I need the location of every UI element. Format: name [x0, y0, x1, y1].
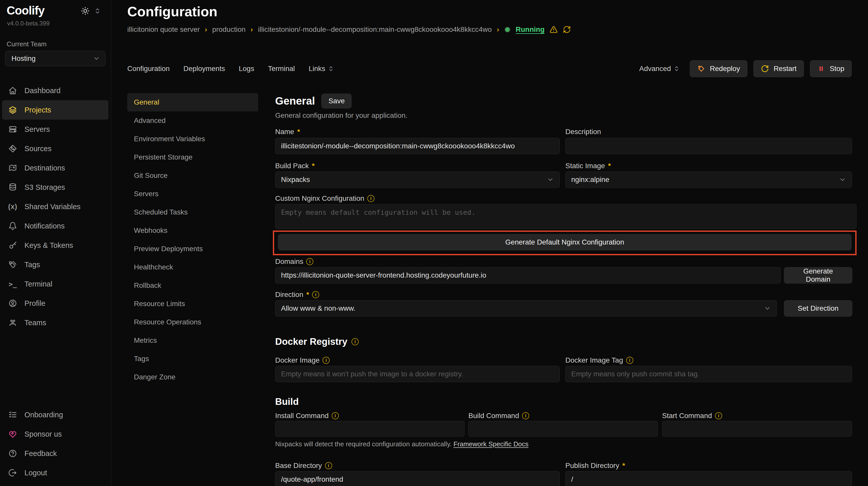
publish-directory-label: Publish Directory*	[565, 461, 625, 470]
description-input[interactable]	[565, 138, 852, 154]
chevron-right-icon: ›	[251, 26, 253, 34]
chevron-down-icon	[764, 305, 771, 312]
subnav-item-tags[interactable]: Tags	[127, 350, 258, 368]
tab-deployments[interactable]: Deployments	[184, 65, 225, 73]
required-asterisk: *	[608, 162, 611, 170]
sidebar-item-label: Servers	[25, 125, 50, 134]
base-directory-input[interactable]	[275, 471, 560, 486]
subnav-item-scheduled-tasks[interactable]: Scheduled Tasks	[127, 203, 258, 221]
sidebar-item-notifications[interactable]: Notifications	[2, 216, 108, 236]
info-icon[interactable]: i	[332, 412, 339, 419]
team-select[interactable]: Hosting	[5, 51, 105, 66]
subnav-item-general[interactable]: General	[127, 93, 258, 111]
static-image-label: Static Image*	[565, 162, 611, 170]
sidebar-item-teams[interactable]: Teams	[2, 313, 108, 332]
tab-logs[interactable]: Logs	[239, 65, 254, 73]
subnav-item-servers[interactable]: Servers	[127, 185, 258, 203]
subnav-item-metrics[interactable]: Metrics	[127, 331, 258, 350]
sidebar: Coolify v4.0.0-beta.399 Current Team Hos…	[0, 0, 111, 486]
info-icon[interactable]: i	[322, 357, 330, 364]
server-icon	[8, 125, 17, 134]
generate-domain-button[interactable]: Generate Domain	[784, 267, 852, 284]
theme-toggle-sun-icon[interactable]	[81, 7, 90, 15]
sidebar-item-projects[interactable]: Projects	[2, 100, 108, 120]
subnav-item-rollback[interactable]: Rollback	[127, 276, 258, 295]
subnav-item-advanced[interactable]: Advanced	[127, 111, 258, 130]
save-button[interactable]: Save	[321, 94, 351, 108]
info-icon[interactable]: i	[306, 258, 313, 265]
key-icon	[8, 241, 17, 250]
sidebar-item-label: Terminal	[25, 280, 53, 288]
logout-icon	[8, 468, 17, 477]
bell-icon	[8, 221, 17, 230]
subnav-item-resource-operations[interactable]: Resource Operations	[127, 313, 258, 331]
subnav-item-healthcheck[interactable]: Healthcheck	[127, 258, 258, 276]
info-icon[interactable]: i	[522, 412, 529, 419]
sidebar-item-feedback[interactable]: Feedback	[2, 444, 108, 463]
build-command-input[interactable]	[468, 421, 658, 436]
generate-nginx-config-button[interactable]: Generate Default Nginx Configuration	[278, 234, 851, 250]
build-command-label: Build Commandi	[468, 412, 529, 420]
docker-image-input[interactable]	[275, 366, 560, 382]
sidebar-item-onboarding[interactable]: Onboarding	[2, 405, 108, 424]
info-icon[interactable]: i	[325, 462, 332, 469]
sidebar-item-label: Logout	[25, 469, 47, 477]
build-pack-select[interactable]: Nixpacks	[275, 171, 560, 188]
sidebar-item-keys-tokens[interactable]: Keys & Tokens	[2, 236, 108, 255]
sidebar-item-label: Projects	[25, 106, 51, 114]
breadcrumb-environment[interactable]: production	[212, 26, 246, 34]
sidebar-item-label: Dashboard	[25, 87, 61, 95]
sidebar-nav: Dashboard Projects Servers Sources Desti…	[2, 81, 108, 332]
sidebar-item-label: Tags	[25, 261, 40, 269]
start-command-input[interactable]	[662, 421, 852, 436]
docker-image-label: Docker Imagei	[275, 356, 330, 364]
subnav-item-persistent-storage[interactable]: Persistent Storage	[127, 148, 258, 166]
sidebar-item-dashboard[interactable]: Dashboard	[2, 81, 108, 100]
sidebar-item-profile[interactable]: Profile	[2, 294, 108, 313]
section-subtitle: General configuration for your applicati…	[275, 111, 407, 120]
static-image-select[interactable]: nginx:alpine	[565, 171, 852, 188]
subnav-item-preview-deployments[interactable]: Preview Deployments	[127, 240, 258, 258]
app-logo: Coolify	[7, 4, 44, 17]
section-heading-general: General	[275, 95, 315, 107]
chevron-right-icon: ›	[205, 26, 207, 34]
info-icon[interactable]: i	[626, 357, 633, 364]
sidebar-item-servers[interactable]: Servers	[2, 120, 108, 139]
sidebar-item-s3-storages[interactable]: S3 Storages	[2, 177, 108, 197]
name-input[interactable]	[275, 138, 560, 154]
publish-directory-input[interactable]	[565, 471, 852, 486]
sidebar-item-sponsor-us[interactable]: Sponsor us	[2, 424, 108, 444]
sidebar-item-label: Destinations	[25, 164, 65, 172]
map-icon	[8, 163, 17, 172]
chevrons-up-down-icon[interactable]	[94, 8, 101, 14]
variable-icon: (x)	[8, 202, 17, 211]
info-icon[interactable]: i	[312, 291, 319, 298]
direction-select[interactable]: Allow www & non-www.	[275, 300, 777, 317]
git-branch-icon	[8, 144, 17, 153]
sidebar-item-shared-variables[interactable]: (x) Shared Variables	[2, 197, 108, 216]
sidebar-item-destinations[interactable]: Destinations	[2, 158, 108, 177]
sidebar-item-label: Onboarding	[25, 411, 63, 419]
tab-configuration[interactable]: Configuration	[127, 65, 170, 73]
sidebar-item-terminal[interactable]: >_ Terminal	[2, 274, 108, 294]
breadcrumb-project[interactable]: illicitonion quote server	[127, 26, 200, 34]
user-icon	[8, 299, 17, 308]
domains-input[interactable]	[275, 267, 781, 284]
sidebar-item-tags[interactable]: Tags	[2, 255, 108, 274]
info-icon[interactable]: i	[351, 338, 359, 345]
docker-image-tag-input[interactable]	[565, 366, 852, 382]
install-command-input[interactable]	[275, 421, 465, 436]
framework-docs-link[interactable]: Framework Specific Docs	[453, 440, 528, 448]
info-icon[interactable]: i	[715, 412, 722, 419]
subnav-item-environment-variables[interactable]: Environment Variables	[127, 130, 258, 148]
subnav-item-git-source[interactable]: Git Source	[127, 166, 258, 185]
subnav-item-danger-zone[interactable]: Danger Zone	[127, 368, 258, 386]
sidebar-item-sources[interactable]: Sources	[2, 139, 108, 158]
subnav-item-webhooks[interactable]: Webhooks	[127, 221, 258, 240]
home-icon	[8, 86, 17, 95]
subnav-item-resource-limits[interactable]: Resource Limits	[127, 295, 258, 313]
info-icon[interactable]: i	[367, 195, 374, 202]
set-direction-button[interactable]: Set Direction	[784, 300, 852, 317]
nginx-config-textarea[interactable]	[275, 204, 857, 229]
sidebar-item-logout[interactable]: Logout	[2, 463, 108, 482]
